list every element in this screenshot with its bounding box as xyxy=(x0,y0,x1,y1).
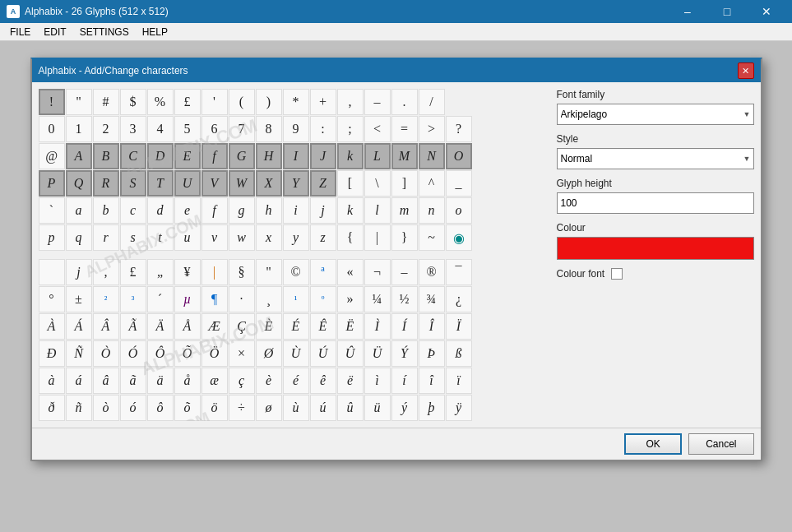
glyph-cell[interactable]: | xyxy=(364,224,391,251)
glyph-cell[interactable]: ´ xyxy=(147,286,174,312)
glyph-cell[interactable]: $ xyxy=(120,89,146,115)
glyph-cell[interactable]: @ xyxy=(39,143,65,169)
glyph-cell[interactable]: ‚ xyxy=(93,259,119,285)
glyph-cell[interactable]: _ xyxy=(446,170,472,197)
glyph-cell[interactable]: D xyxy=(147,143,174,169)
font-family-select[interactable]: Arkipelago Arial Times New Roman xyxy=(557,104,754,125)
glyph-cell[interactable]: Å xyxy=(174,313,201,340)
glyph-cell[interactable]: – xyxy=(364,89,391,115)
glyph-cell[interactable]: X xyxy=(256,170,282,197)
glyph-cell[interactable]: M xyxy=(391,143,418,169)
glyph-cell[interactable]: ì xyxy=(364,368,391,394)
glyph-cell[interactable]: – xyxy=(391,259,418,285)
glyph-cell[interactable]: Û xyxy=(337,340,364,367)
glyph-cell[interactable]: Ö xyxy=(201,340,228,367)
glyph-cell[interactable]: Ü xyxy=(364,340,391,367)
glyph-cell[interactable]: N xyxy=(419,143,445,169)
glyph-cell[interactable]: Í xyxy=(391,313,418,340)
glyph-cell[interactable]: b xyxy=(93,197,119,224)
glyph-cell[interactable]: / xyxy=(419,89,445,115)
glyph-cell[interactable]: ê xyxy=(310,368,336,394)
ok-button[interactable]: OK xyxy=(624,433,682,455)
glyph-cell[interactable]: h xyxy=(256,197,282,224)
glyph-cell[interactable]: Ä xyxy=(147,313,174,340)
glyph-cell[interactable]: Q xyxy=(66,170,92,197)
glyph-cell[interactable]: r xyxy=(93,224,119,251)
glyph-cell[interactable]: f xyxy=(201,143,228,169)
glyph-cell[interactable]: Ê xyxy=(310,313,336,340)
glyph-cell[interactable]: ü xyxy=(364,395,391,421)
glyph-cell[interactable]: à xyxy=(39,368,65,394)
glyph-cell[interactable]: Ñ xyxy=(66,340,92,367)
glyph-cell[interactable]: m xyxy=(391,197,418,224)
glyph-cell[interactable]: s xyxy=(120,224,146,251)
glyph-cell[interactable]: % xyxy=(147,89,174,115)
glyph-cell[interactable]: ² xyxy=(93,286,119,312)
glyph-cell[interactable]: k xyxy=(337,197,364,224)
menu-edit[interactable]: EDIT xyxy=(37,25,72,39)
glyph-cell[interactable]: Ë xyxy=(337,313,364,340)
glyph-cell[interactable]: Ø xyxy=(256,340,282,367)
glyph-cell[interactable]: ¶ xyxy=(201,286,228,312)
glyph-cell[interactable]: o xyxy=(446,197,472,224)
glyph-cell[interactable]: ` xyxy=(39,197,65,224)
glyph-cell[interactable]: ± xyxy=(66,286,92,312)
glyph-cell[interactable]: 4 xyxy=(147,116,174,142)
glyph-cell[interactable]: „ xyxy=(147,259,174,285)
glyph-cell[interactable]: U xyxy=(174,170,201,197)
glyph-cell[interactable]: w xyxy=(229,224,255,251)
glyph-cell[interactable]: å xyxy=(174,368,201,394)
menu-settings[interactable]: SETTINGS xyxy=(73,25,136,39)
glyph-cell[interactable]: ^ xyxy=(419,170,445,197)
glyph-cell[interactable]: 7 xyxy=(229,116,255,142)
glyph-cell[interactable]: Ù xyxy=(283,340,309,367)
glyph-height-input[interactable] xyxy=(557,192,754,214)
glyph-cell[interactable]: ÿ xyxy=(446,395,472,421)
glyph-cell[interactable]: ð xyxy=(39,395,65,421)
glyph-cell[interactable]: « xyxy=(337,259,364,285)
glyph-cell[interactable]: · xyxy=(229,286,255,312)
glyph-cell[interactable]: µ xyxy=(174,286,201,312)
glyph-cell[interactable]: " xyxy=(66,89,92,115)
menu-help[interactable]: HELP xyxy=(136,25,174,39)
glyph-cell[interactable]: û xyxy=(337,395,364,421)
glyph-cell[interactable]: ÷ xyxy=(229,395,255,421)
glyph-cell[interactable]: ú xyxy=(310,395,336,421)
glyph-cell[interactable]: R xyxy=(93,170,119,197)
glyph-cell[interactable]: Æ xyxy=(201,313,228,340)
glyph-cell[interactable]: e xyxy=(174,197,201,224)
glyph-cell[interactable]: g xyxy=(229,197,255,224)
glyph-cell[interactable]: ª xyxy=(310,259,336,285)
glyph-cell[interactable]: q xyxy=(66,224,92,251)
glyph-cell[interactable]: é xyxy=(283,368,309,394)
glyph-cell[interactable]: è xyxy=(256,368,282,394)
glyph-cell[interactable]: ß xyxy=(446,340,472,367)
glyph-cell[interactable]: a xyxy=(66,197,92,224)
glyph-cell[interactable]: ë xyxy=(337,368,364,394)
glyph-cell[interactable]: 9 xyxy=(283,116,309,142)
glyph-cell[interactable]: ¾ xyxy=(419,286,445,312)
glyph-cell[interactable]: C xyxy=(120,143,146,169)
glyph-cell[interactable]: ó xyxy=(120,395,146,421)
glyph-cell[interactable]: 6 xyxy=(201,116,228,142)
glyph-cell[interactable]: f xyxy=(201,197,228,224)
glyph-cell[interactable]: ( xyxy=(229,89,255,115)
glyph-cell[interactable]: À xyxy=(39,313,65,340)
glyph-cell[interactable]: ¿ xyxy=(446,286,472,312)
glyph-cell[interactable]: × xyxy=(229,340,255,367)
glyph-cell[interactable]: J xyxy=(310,143,336,169)
glyph-cell[interactable]: ñ xyxy=(66,395,92,421)
glyph-cell[interactable]: Ì xyxy=(364,313,391,340)
glyph-cell[interactable]: { xyxy=(337,224,364,251)
glyph-cell[interactable]: d xyxy=(147,197,174,224)
glyph-cell[interactable]: V xyxy=(201,170,228,197)
glyph-cell[interactable]: " xyxy=(256,259,282,285)
glyph-cell[interactable]: # xyxy=(93,89,119,115)
glyph-cell[interactable]: ° xyxy=(39,286,65,312)
glyph-cell[interactable]: ¹ xyxy=(283,286,309,312)
glyph-cell[interactable]: t xyxy=(147,224,174,251)
glyph-cell[interactable]: ò xyxy=(93,395,119,421)
glyph-cell[interactable]: ◉ xyxy=(446,224,472,251)
glyph-cell[interactable]: ! xyxy=(39,89,65,115)
glyph-cell[interactable]: W xyxy=(229,170,255,197)
